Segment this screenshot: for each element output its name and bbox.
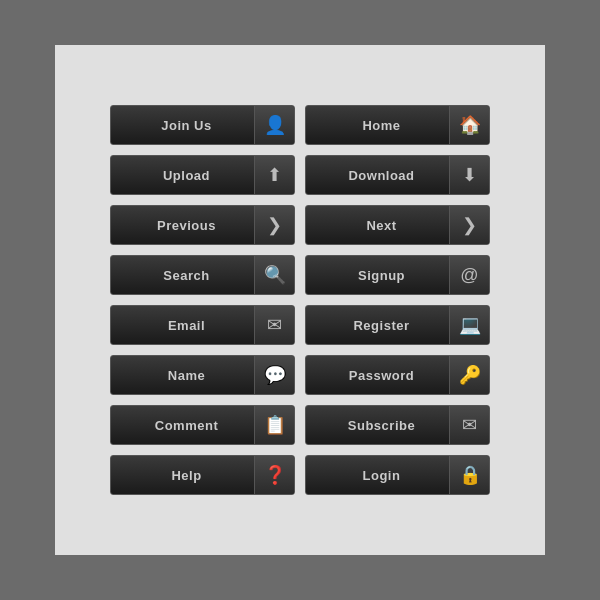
help-icon: ❓ (254, 455, 294, 495)
login-icon: 🔒 (449, 455, 489, 495)
signup-label: Signup (306, 268, 449, 283)
upload-icon: ⬆ (254, 155, 294, 195)
upload-label: Upload (111, 168, 254, 183)
login-label: Login (306, 468, 449, 483)
register-button[interactable]: Register💻 (305, 305, 490, 345)
comment-label: Comment (111, 418, 254, 433)
download-button[interactable]: Download⬇ (305, 155, 490, 195)
register-label: Register (306, 318, 449, 333)
subscribe-button[interactable]: Subscribe✉ (305, 405, 490, 445)
subscribe-icon: ✉ (449, 405, 489, 445)
previous-label: Previous (111, 218, 254, 233)
name-button[interactable]: Name💬 (110, 355, 295, 395)
join-us-icon: 👤 (254, 105, 294, 145)
name-icon: 💬 (254, 355, 294, 395)
home-icon: 🏠 (449, 105, 489, 145)
join-us-button[interactable]: Join Us👤 (110, 105, 295, 145)
password-icon: 🔑 (449, 355, 489, 395)
password-button[interactable]: Password🔑 (305, 355, 490, 395)
download-label: Download (306, 168, 449, 183)
register-icon: 💻 (449, 305, 489, 345)
comment-button[interactable]: Comment📋 (110, 405, 295, 445)
comment-icon: 📋 (254, 405, 294, 445)
signup-button[interactable]: Signup@ (305, 255, 490, 295)
email-icon: ✉ (254, 305, 294, 345)
signup-icon: @ (449, 255, 489, 295)
email-button[interactable]: Email✉ (110, 305, 295, 345)
previous-icon: ❯ (254, 205, 294, 245)
search-icon: 🔍 (254, 255, 294, 295)
button-grid: Join Us👤Home🏠Upload⬆Download⬇Previous❯Ne… (90, 85, 510, 515)
help-button[interactable]: Help❓ (110, 455, 295, 495)
next-label: Next (306, 218, 449, 233)
password-label: Password (306, 368, 449, 383)
home-button[interactable]: Home🏠 (305, 105, 490, 145)
name-label: Name (111, 368, 254, 383)
upload-button[interactable]: Upload⬆ (110, 155, 295, 195)
subscribe-label: Subscribe (306, 418, 449, 433)
previous-button[interactable]: Previous❯ (110, 205, 295, 245)
search-button[interactable]: Search🔍 (110, 255, 295, 295)
next-button[interactable]: Next❯ (305, 205, 490, 245)
main-panel: Join Us👤Home🏠Upload⬆Download⬇Previous❯Ne… (55, 45, 545, 555)
join-us-label: Join Us (111, 118, 254, 133)
home-label: Home (306, 118, 449, 133)
login-button[interactable]: Login🔒 (305, 455, 490, 495)
download-icon: ⬇ (449, 155, 489, 195)
search-label: Search (111, 268, 254, 283)
email-label: Email (111, 318, 254, 333)
help-label: Help (111, 468, 254, 483)
next-icon: ❯ (449, 205, 489, 245)
